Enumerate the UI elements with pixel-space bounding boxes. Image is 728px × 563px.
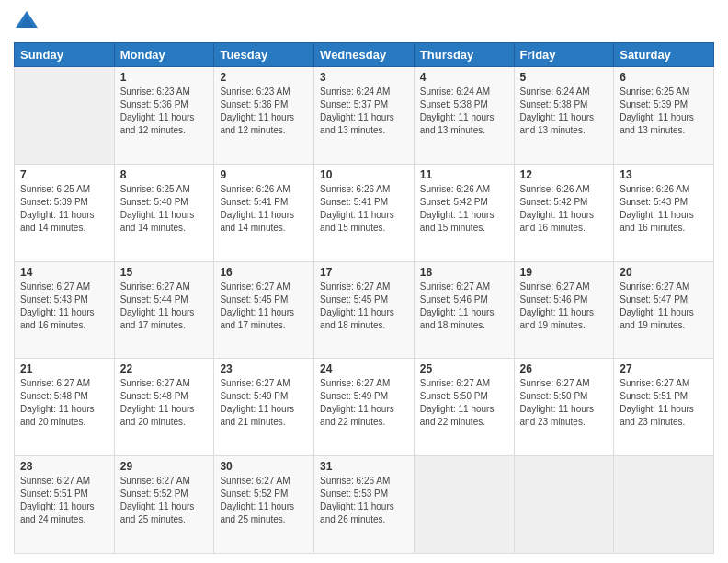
calendar-cell: 8Sunrise: 6:25 AM Sunset: 5:40 PM Daylig… [114,164,214,261]
logo [14,9,43,35]
calendar-cell: 21Sunrise: 6:27 AM Sunset: 5:48 PM Dayli… [15,359,115,456]
day-info: Sunrise: 6:24 AM Sunset: 5:38 PM Dayligh… [420,86,508,137]
calendar-cell: 7Sunrise: 6:25 AM Sunset: 5:39 PM Daylig… [15,164,115,261]
day-info: Sunrise: 6:27 AM Sunset: 5:48 PM Dayligh… [120,377,209,429]
day-info: Sunrise: 6:27 AM Sunset: 5:46 PM Dayligh… [520,281,609,332]
day-info: Sunrise: 6:27 AM Sunset: 5:49 PM Dayligh… [220,377,308,429]
day-info: Sunrise: 6:26 AM Sunset: 5:41 PM Dayligh… [320,183,408,235]
day-info: Sunrise: 6:23 AM Sunset: 5:36 PM Dayligh… [120,86,209,137]
calendar-cell: 15Sunrise: 6:27 AM Sunset: 5:44 PM Dayli… [114,261,214,359]
calendar-cell: 20Sunrise: 6:27 AM Sunset: 5:47 PM Dayli… [614,261,714,359]
day-info: Sunrise: 6:27 AM Sunset: 5:46 PM Dayligh… [420,281,508,332]
calendar-week-row: 1Sunrise: 6:23 AM Sunset: 5:36 PM Daylig… [15,67,714,165]
calendar-cell: 11Sunrise: 6:26 AM Sunset: 5:42 PM Dayli… [414,164,514,261]
calendar-cell: 10Sunrise: 6:26 AM Sunset: 5:41 PM Dayli… [314,164,415,261]
calendar-header-tuesday: Tuesday [214,43,314,67]
day-number: 6 [620,71,708,84]
day-info: Sunrise: 6:27 AM Sunset: 5:45 PM Dayligh… [220,281,308,332]
day-number: 29 [120,460,209,473]
calendar-cell: 13Sunrise: 6:26 AM Sunset: 5:43 PM Dayli… [614,164,714,261]
calendar-cell: 22Sunrise: 6:27 AM Sunset: 5:48 PM Dayli… [114,359,214,456]
calendar-cell: 17Sunrise: 6:27 AM Sunset: 5:45 PM Dayli… [314,261,415,359]
day-info: Sunrise: 6:25 AM Sunset: 5:39 PM Dayligh… [620,86,708,137]
day-number: 25 [420,362,508,375]
day-number: 15 [120,266,209,279]
calendar-cell: 2Sunrise: 6:23 AM Sunset: 5:36 PM Daylig… [214,67,314,165]
calendar-week-row: 28Sunrise: 6:27 AM Sunset: 5:51 PM Dayli… [15,456,714,554]
calendar-cell: 29Sunrise: 6:27 AM Sunset: 5:52 PM Dayli… [114,456,214,554]
calendar-cell: 5Sunrise: 6:24 AM Sunset: 5:38 PM Daylig… [514,67,614,165]
day-number: 22 [120,362,209,375]
day-number: 23 [220,362,308,375]
day-number: 28 [20,460,108,473]
day-info: Sunrise: 6:27 AM Sunset: 5:50 PM Dayligh… [520,377,609,429]
day-number: 24 [320,362,408,375]
day-number: 12 [520,168,609,181]
calendar-week-row: 7Sunrise: 6:25 AM Sunset: 5:39 PM Daylig… [15,164,714,261]
day-info: Sunrise: 6:27 AM Sunset: 5:43 PM Dayligh… [20,281,108,332]
calendar-cell: 28Sunrise: 6:27 AM Sunset: 5:51 PM Dayli… [15,456,115,554]
calendar-cell: 3Sunrise: 6:24 AM Sunset: 5:37 PM Daylig… [314,67,415,165]
calendar-cell: 25Sunrise: 6:27 AM Sunset: 5:50 PM Dayli… [414,359,514,456]
day-info: Sunrise: 6:27 AM Sunset: 5:50 PM Dayligh… [420,377,508,429]
calendar-header-wednesday: Wednesday [314,43,415,67]
calendar-cell: 9Sunrise: 6:26 AM Sunset: 5:41 PM Daylig… [214,164,314,261]
calendar-cell: 24Sunrise: 6:27 AM Sunset: 5:49 PM Dayli… [314,359,415,456]
day-number: 17 [320,266,408,279]
day-info: Sunrise: 6:27 AM Sunset: 5:52 PM Dayligh… [120,475,209,526]
day-info: Sunrise: 6:26 AM Sunset: 5:42 PM Dayligh… [520,183,609,235]
day-number: 21 [20,362,108,375]
calendar-cell [514,456,614,554]
day-info: Sunrise: 6:24 AM Sunset: 5:38 PM Dayligh… [520,86,609,137]
day-number: 14 [20,266,108,279]
day-info: Sunrise: 6:23 AM Sunset: 5:36 PM Dayligh… [220,86,308,137]
day-info: Sunrise: 6:24 AM Sunset: 5:37 PM Dayligh… [320,86,408,137]
calendar-table: SundayMondayTuesdayWednesdayThursdayFrid… [14,42,714,554]
calendar-cell: 23Sunrise: 6:27 AM Sunset: 5:49 PM Dayli… [214,359,314,456]
day-info: Sunrise: 6:27 AM Sunset: 5:47 PM Dayligh… [620,281,708,332]
day-number: 4 [420,71,508,84]
day-info: Sunrise: 6:27 AM Sunset: 5:48 PM Dayligh… [20,377,108,429]
page: SundayMondayTuesdayWednesdayThursdayFrid… [0,0,728,563]
day-number: 2 [220,71,308,84]
calendar-header-thursday: Thursday [414,43,514,67]
day-info: Sunrise: 6:26 AM Sunset: 5:41 PM Dayligh… [220,183,308,235]
day-number: 19 [520,266,609,279]
calendar-cell: 14Sunrise: 6:27 AM Sunset: 5:43 PM Dayli… [15,261,115,359]
day-number: 27 [620,362,708,375]
calendar-cell: 16Sunrise: 6:27 AM Sunset: 5:45 PM Dayli… [214,261,314,359]
day-number: 11 [420,168,508,181]
calendar-cell: 4Sunrise: 6:24 AM Sunset: 5:38 PM Daylig… [414,67,514,165]
calendar-cell: 19Sunrise: 6:27 AM Sunset: 5:46 PM Dayli… [514,261,614,359]
calendar-cell: 12Sunrise: 6:26 AM Sunset: 5:42 PM Dayli… [514,164,614,261]
day-info: Sunrise: 6:27 AM Sunset: 5:51 PM Dayligh… [620,377,708,429]
calendar-header-saturday: Saturday [614,43,714,67]
calendar-cell [414,456,514,554]
day-info: Sunrise: 6:25 AM Sunset: 5:39 PM Dayligh… [20,183,108,235]
day-number: 26 [520,362,609,375]
day-info: Sunrise: 6:27 AM Sunset: 5:52 PM Dayligh… [220,475,308,526]
calendar-cell: 18Sunrise: 6:27 AM Sunset: 5:46 PM Dayli… [414,261,514,359]
calendar-header-sunday: Sunday [15,43,115,67]
day-info: Sunrise: 6:25 AM Sunset: 5:40 PM Dayligh… [120,183,209,235]
calendar-header-friday: Friday [514,43,614,67]
day-info: Sunrise: 6:26 AM Sunset: 5:53 PM Dayligh… [320,475,408,526]
calendar-week-row: 14Sunrise: 6:27 AM Sunset: 5:43 PM Dayli… [15,261,714,359]
logo-icon [14,9,40,35]
day-number: 18 [420,266,508,279]
calendar-cell: 31Sunrise: 6:26 AM Sunset: 5:53 PM Dayli… [314,456,415,554]
header [14,9,714,35]
day-number: 13 [620,168,708,181]
calendar-week-row: 21Sunrise: 6:27 AM Sunset: 5:48 PM Dayli… [15,359,714,456]
calendar-cell [614,456,714,554]
calendar-cell: 26Sunrise: 6:27 AM Sunset: 5:50 PM Dayli… [514,359,614,456]
calendar-cell: 6Sunrise: 6:25 AM Sunset: 5:39 PM Daylig… [614,67,714,165]
day-info: Sunrise: 6:27 AM Sunset: 5:45 PM Dayligh… [320,281,408,332]
day-number: 5 [520,71,609,84]
calendar-header-row: SundayMondayTuesdayWednesdayThursdayFrid… [15,43,714,67]
day-info: Sunrise: 6:27 AM Sunset: 5:49 PM Dayligh… [320,377,408,429]
calendar-cell [15,67,115,165]
day-number: 7 [20,168,108,181]
day-number: 10 [320,168,408,181]
day-number: 30 [220,460,308,473]
